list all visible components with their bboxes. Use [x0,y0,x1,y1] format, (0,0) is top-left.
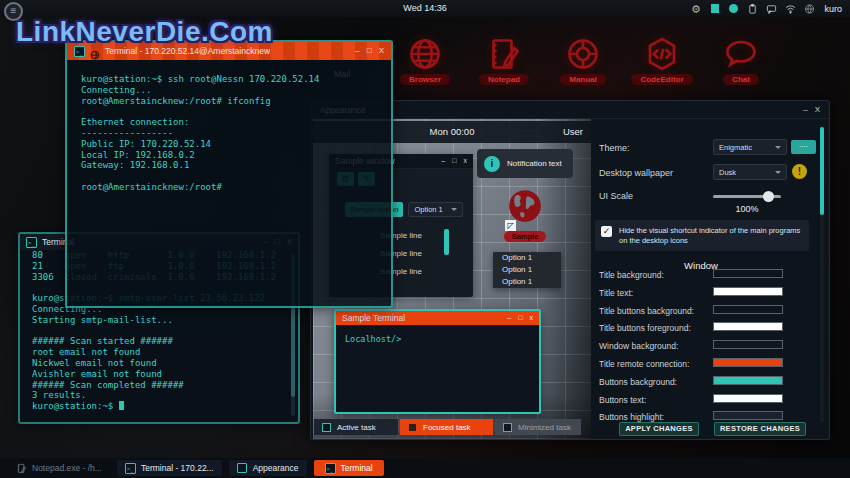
close-button: x [530,314,534,322]
preview-sample-terminal: Sample Terminal – □ x Localhost/> [334,309,541,414]
restore-changes-button[interactable]: RESTORE CHANGES [714,422,806,436]
minimize-button: – [441,157,445,165]
wifi-icon[interactable] [785,3,796,15]
taskbar-item-label: Terminal [341,463,373,473]
code-editor-icon [644,36,680,72]
color-setting-label: Buttons highlight: [599,412,664,422]
desktop-icon-manual[interactable]: Manual [548,36,618,85]
taskbar-item-appearance[interactable]: Appearance [229,460,307,476]
window-icon [322,423,331,432]
taskbar: Notepad.exe - /h... >_ Terminal - 170.22… [0,458,850,478]
color-swatch[interactable] [713,305,783,314]
theme-value: Enigmatic [719,143,752,152]
desktop-icon-codeeditor[interactable]: CodeEditor [627,36,697,85]
minimize-button: – [507,314,511,322]
clipboard-icon[interactable] [747,3,758,15]
notification-text: Notification text [507,159,562,168]
window-icon [503,423,512,432]
checkbox-checked[interactable]: ✓ [601,226,612,237]
color-setting-label: Window background: [599,341,678,351]
color-setting-label: Title remote connection: [599,359,689,369]
color-setting-label: Title text: [599,288,633,298]
color-swatch[interactable] [713,322,783,331]
top-status-bar: Wed 14:36 ⚙ kuro [0,0,850,17]
desktop-icon-label: CodeEditor [631,74,692,85]
sample-dropdown-value: Option 1 [414,205,442,214]
context-menu-item: Option 1 [493,252,561,264]
color-setting-label: Title background: [599,270,664,280]
minimize-button[interactable]: – [803,106,807,114]
color-swatch[interactable] [713,269,783,278]
chat-icon [723,36,759,72]
remote-terminal-window: >_ Terminal - 170.220.52.14@Amerstainckn… [65,40,393,308]
color-setting-label: Buttons background: [599,377,677,387]
color-swatch[interactable] [713,358,783,367]
ui-scale-label: UI Scale [599,191,633,201]
network-icon[interactable] [804,3,815,15]
terminal-cursor [119,401,124,410]
shortcut-arrow-icon: ◸ [505,220,516,231]
close-button[interactable]: X [815,106,820,114]
username-label[interactable]: kuro [824,4,842,14]
desktop-icon-label: Chat [723,74,759,85]
close-button[interactable]: X [379,47,384,55]
scrollbar-thumb[interactable] [820,127,824,215]
circle-indicator-icon[interactable] [728,3,739,15]
color-swatch[interactable] [713,340,783,349]
theme-more-button[interactable]: .... [791,140,816,154]
chat-bubble-icon[interactable] [766,3,777,15]
preview-username: User [563,126,583,137]
color-setting-label: Title buttons background: [599,306,694,316]
tray-icons: ⚙ [682,3,815,15]
notepad-icon [16,463,27,474]
apply-changes-button[interactable]: APPLY CHANGES [619,422,699,436]
terminal-output[interactable]: kuro@station:~$ ssh root@Nessn 170.220.5… [81,74,377,193]
preview-context-menu: Option 1Option 1Option 1 [493,252,561,288]
desktop-icons-row: Browser Notepad Manual CodeEditor Chat [390,36,776,85]
preview-notification: i Notification text [477,149,573,178]
gear-icon[interactable]: ⚙ [690,3,701,15]
os-menu-icon[interactable]: ≡ [4,2,23,21]
preview-task-buttons: Active task Focused task Minimized task [314,419,581,435]
desktop-icon-chat[interactable]: Chat [706,36,776,85]
color-setting-label: Buttons text: [599,395,646,405]
taskbar-item-terminal-170-22-[interactable]: >_ Terminal - 170.22... [117,460,222,476]
slider-handle[interactable] [763,191,774,202]
desktop: Wed 14:36 ⚙ kuro ≡ LinkNeverDie.Com Brow… [0,0,850,478]
maximize-button[interactable]: □ [367,47,372,55]
warning-icon[interactable]: ! [792,164,807,179]
desktop-icon-label: Manual [560,74,606,85]
chevron-down-icon [775,146,781,149]
taskbar-item-notepad-exe-h-[interactable]: Notepad.exe - /h... [8,460,110,476]
context-menu-item: Option 1 [493,264,561,276]
color-swatch[interactable] [713,287,783,296]
ui-scale-slider[interactable] [713,195,781,198]
desktop-icon-notepad[interactable]: Notepad [469,36,539,85]
hide-shortcut-indicator-row[interactable]: ✓ Hide the visual shortcut indicator of … [595,220,809,251]
checkbox-label: Hide the visual shortcut indicator of th… [619,226,803,245]
desktop-icon-browser[interactable]: Browser [390,36,460,85]
preview-task-minimized: Minimized task [495,419,581,435]
appearance-settings-panel: Theme: Enigmatic .... Desktop wallpaper … [591,119,831,441]
square-indicator-icon[interactable] [709,3,720,15]
browser-globe-icon [407,36,443,72]
settings-scrollbar[interactable] [820,125,824,423]
wallpaper-dropdown[interactable]: Dusk [713,164,787,180]
preview-icon-label: Sample [504,231,547,242]
terminal-icon: >_ [125,463,136,474]
theme-label: Theme: [599,143,630,153]
preview-task-active: Active task [314,419,398,435]
sample-dropdown: Option 1 [408,202,462,217]
wallpaper-label: Desktop wallpaper [599,168,673,178]
color-swatch[interactable] [713,376,783,385]
minimize-button[interactable]: – [355,47,359,55]
taskbar-item-terminal[interactable]: >_ Terminal [314,460,384,476]
theme-dropdown[interactable]: Enigmatic [713,139,787,155]
preview-desktop-icon: ◸ Sample [502,187,548,243]
chevron-down-icon [451,208,457,211]
color-swatch[interactable] [713,411,783,420]
watermark-text: LinkNeverDie.Com [16,16,273,48]
desktop-icon-label: Browser [400,74,450,85]
color-swatch[interactable] [713,394,783,403]
ui-scale-value: 100% [713,204,781,214]
